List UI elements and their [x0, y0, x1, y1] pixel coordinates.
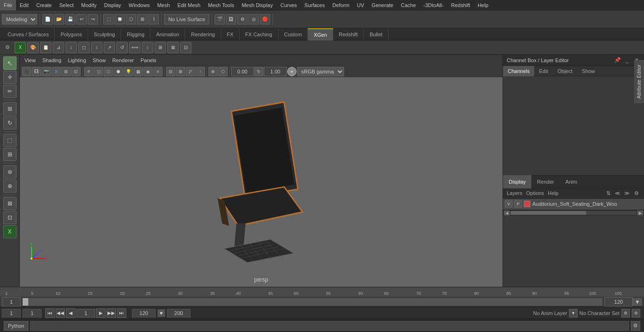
char-set-options-btn[interactable]: ⚙ — [632, 309, 640, 317]
attr-editor-tab[interactable]: Attribute Editor — [634, 60, 644, 103]
vp-obj-btn[interactable]: ◻ — [94, 67, 103, 76]
vp-tess-btn[interactable]: ⬢ — [114, 67, 123, 76]
menu-generate[interactable]: Generate — [368, 0, 397, 10]
menu-mesh[interactable]: Mesh — [153, 0, 173, 10]
timeline-ruler[interactable]: 1 5 10 15 20 25 30 35 40 45 50 55 60 65 … — [0, 287, 644, 297]
hud-btn[interactable]: ◎ — [248, 14, 259, 24]
pb-go-end-btn[interactable]: ⏭ — [117, 308, 126, 318]
tab-fx-caching[interactable]: FX Caching — [239, 28, 278, 40]
current-frame-center[interactable] — [76, 309, 95, 317]
pb-go-start-btn[interactable]: ⏮ — [45, 308, 55, 318]
cb-tab-object[interactable]: Object — [553, 66, 577, 76]
rs-btn[interactable]: 🔴 — [260, 14, 270, 24]
paint-tool[interactable]: ✏ — [3, 85, 17, 98]
tab-sculpting[interactable]: Sculpting — [88, 28, 121, 40]
scroll-right-btn[interactable]: ▶ — [637, 211, 643, 215]
char-set-settings-btn[interactable]: ⚙ — [621, 309, 630, 317]
xgen-length-btn[interactable]: ↕ — [142, 42, 153, 53]
save-file-btn[interactable]: 💾 — [65, 14, 75, 24]
layer-row[interactable]: V P Auditorium_Soft_Seating_Dark_Woo — [503, 199, 644, 210]
color-space-btn[interactable]: ● — [287, 67, 297, 76]
vp-ao-btn[interactable]: ◉ — [143, 67, 153, 76]
layer-color-swatch[interactable] — [524, 201, 530, 207]
xgen-extra1-btn[interactable]: ⊞ — [155, 42, 166, 53]
xgen-brush1[interactable]: ⊛ — [3, 165, 17, 178]
snap-tool[interactable]: ⊞ — [3, 148, 17, 161]
vp-wireframe-btn[interactable]: ⊞ — [61, 67, 71, 76]
command-input[interactable] — [30, 321, 629, 331]
vp-menu-shading[interactable]: Shading — [40, 57, 64, 64]
scale-tool[interactable]: ⊞ — [3, 102, 17, 115]
viewport[interactable]: View Shading Lighting Show Renderer Pane… — [20, 55, 503, 287]
xgen-settings-icon[interactable]: ⚙ — [2, 42, 13, 53]
redo-btn[interactable]: ↪ — [88, 14, 98, 24]
xgen-twist-btn[interactable]: ↺ — [116, 42, 128, 53]
xgen-palette-btn[interactable]: 🎨 — [27, 42, 39, 53]
select-tool-btn[interactable]: ⬚ — [103, 14, 114, 24]
vp-snap-btn[interactable]: ⊡ — [71, 67, 81, 76]
rotation-field[interactable] — [231, 67, 254, 76]
frame-display-left[interactable] — [2, 309, 21, 317]
display-tab-anim[interactable]: Anim — [560, 175, 583, 188]
vp-film-btn[interactable]: 🎞 — [32, 67, 41, 76]
live-surface-btn[interactable]: No Live Surface — [164, 14, 209, 24]
snap-curve-btn[interactable]: ⌇ — [149, 14, 159, 24]
vp-motion-btn[interactable]: ≡ — [153, 67, 163, 76]
menu-uv[interactable]: UV — [353, 0, 368, 10]
layers-menu-layers[interactable]: Layers — [507, 190, 522, 196]
xgen-width-btn[interactable]: ⟺ — [129, 42, 140, 53]
time-slider-thumb[interactable] — [23, 298, 28, 306]
xgen-extra3-btn[interactable]: ⊡ — [180, 42, 191, 53]
pb-next-frame-btn[interactable]: ▶▶ — [107, 308, 116, 318]
undo-btn[interactable]: ↩ — [76, 14, 87, 24]
frame-display-right[interactable] — [23, 309, 41, 317]
paint-sel-btn[interactable]: ⬡ — [126, 14, 136, 24]
menu-create[interactable]: Create — [33, 0, 56, 10]
open-file-btn[interactable]: 📂 — [54, 14, 64, 24]
status-icon-btn[interactable]: ⚙ — [631, 321, 640, 331]
layers-sort-btn[interactable]: ⇅ — [604, 189, 612, 197]
tab-rigging[interactable]: Rigging — [121, 28, 150, 40]
tab-custom[interactable]: Custom — [279, 28, 308, 40]
pb-step-back-btn[interactable]: ◀◀ — [56, 308, 65, 318]
scroll-thumb[interactable] — [511, 211, 586, 215]
vp-menu-renderer[interactable]: Renderer — [109, 57, 137, 64]
menu-surfaces[interactable]: Surfaces — [301, 0, 329, 10]
tab-rendering[interactable]: Rendering — [185, 28, 221, 40]
menu-edit-mesh[interactable]: Edit Mesh — [173, 0, 204, 10]
xgen-guides-btn[interactable]: ↕ — [66, 42, 77, 53]
frame-range-input[interactable] — [604, 297, 633, 307]
vp-normal-btn[interactable]: ↑ — [196, 67, 205, 76]
snap-grid-btn[interactable]: ⊞ — [137, 14, 148, 24]
layers-settings-btn[interactable]: ⚙ — [633, 189, 640, 197]
menu-select[interactable]: Select — [56, 0, 78, 10]
vp-detail-btn[interactable]: ⊕ — [208, 67, 218, 76]
layer-visibility-btn[interactable]: V — [505, 200, 512, 208]
vp-light-btn[interactable]: 💡 — [124, 67, 133, 76]
menu-curves[interactable]: Curves — [277, 0, 301, 10]
layers-menu-help[interactable]: Help — [548, 190, 559, 196]
vp-poly-btn[interactable]: ⬡ — [104, 67, 113, 76]
menu-mesh-tools[interactable]: Mesh Tools — [204, 0, 238, 10]
channel-box-pin-btn[interactable]: 📌 — [614, 57, 621, 64]
cb-tab-show[interactable]: Show — [577, 66, 600, 76]
render-btn[interactable]: 🎬 — [215, 14, 225, 24]
vp-cam-btn[interactable]: 🎥 — [22, 67, 31, 76]
tab-bullet[interactable]: Bullet — [364, 28, 389, 40]
playback-range-input[interactable] — [167, 309, 190, 317]
xgen-bend-btn[interactable]: ↗ — [104, 42, 115, 53]
xgen-logo-btn[interactable]: X — [15, 42, 26, 53]
menu-cache[interactable]: Cache — [397, 0, 420, 10]
viewport-content[interactable]: X Y Z — [20, 77, 503, 287]
end-frame-dropdown[interactable]: ▼ — [157, 309, 165, 317]
scroll-left-btn[interactable]: ◀ — [504, 211, 510, 215]
xgen-extra2-btn[interactable]: ⊠ — [167, 42, 179, 53]
vp-menu-view[interactable]: View — [22, 57, 39, 64]
color-space-select[interactable]: sRGB gamma — [297, 67, 344, 76]
tab-fx[interactable]: FX — [221, 28, 239, 40]
marquee-tool[interactable]: ⬚ — [3, 134, 17, 147]
new-file-btn[interactable]: 📄 — [42, 14, 53, 24]
current-frame-input[interactable] — [2, 297, 21, 307]
menu-windows[interactable]: Windows — [125, 0, 154, 10]
vp-cam2-btn[interactable]: 📷 — [41, 67, 51, 76]
